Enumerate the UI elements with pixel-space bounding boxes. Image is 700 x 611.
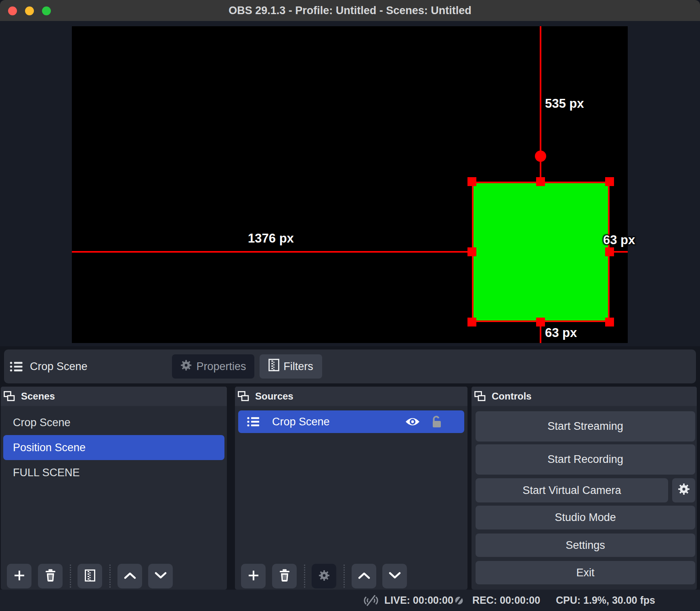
gear-icon <box>677 483 690 498</box>
signal-slash-icon <box>363 594 379 609</box>
start-streaming-button[interactable]: Start Streaming <box>476 411 695 442</box>
status-bar: LIVE: 00:00:00 REC: 00:00:00 CPU: 1.9%, … <box>0 590 700 611</box>
scene-list-icon <box>10 361 23 374</box>
window-title: OBS 29.1.3 - Profile: Untitled - Scenes:… <box>0 0 700 21</box>
chevron-down-icon <box>389 572 401 581</box>
program-canvas[interactable]: 535 px 1376 px 63 px 63 px <box>72 26 628 343</box>
scene-item-position-scene[interactable]: Position Scene <box>3 435 224 460</box>
sources-header: Sources <box>235 387 467 406</box>
studio-mode-button[interactable]: Studio Mode <box>476 506 695 529</box>
move-source-down-button[interactable] <box>382 564 407 588</box>
rec-status: REC: 00:00:00 <box>472 590 540 611</box>
handle-bottom-left[interactable] <box>467 318 476 326</box>
controls-header: Controls <box>472 387 697 406</box>
move-scene-down-button[interactable] <box>148 564 173 588</box>
studio-mode-label: Studio Mode <box>555 511 616 524</box>
obs-window: OBS 29.1.3 - Profile: Untitled - Scenes:… <box>0 0 700 611</box>
gear-icon <box>180 359 192 374</box>
handle-top-center[interactable] <box>536 177 545 186</box>
plus-icon <box>248 570 259 582</box>
controls-panel: Controls Start Streaming Start Recording… <box>472 387 697 590</box>
sources-title: Sources <box>255 387 293 406</box>
move-scene-up-button[interactable] <box>117 564 142 588</box>
scenes-panel: Scenes Crop Scene Position Scene FULL SC… <box>1 387 227 590</box>
start-streaming-label: Start Streaming <box>547 420 623 433</box>
close-button[interactable] <box>8 6 17 15</box>
scene-list-icon <box>247 416 260 429</box>
plus-icon <box>14 570 25 582</box>
preview-area: 535 px 1376 px 63 px 63 px <box>0 21 700 346</box>
trash-icon <box>279 569 290 584</box>
toolbar-separator <box>70 565 71 588</box>
dimension-label-right: 63 px <box>603 233 635 247</box>
active-scene-label: Crop Scene <box>30 349 88 383</box>
move-source-up-button[interactable] <box>352 564 376 588</box>
live-status: LIVE: 00:00:00 <box>384 590 453 611</box>
gear-icon <box>318 569 330 583</box>
handle-top-right[interactable] <box>605 177 614 186</box>
scenes-title: Scenes <box>21 387 55 406</box>
properties-button[interactable]: Properties <box>172 354 254 379</box>
scene-item-label: Crop Scene <box>13 416 71 429</box>
windows-stack-icon <box>474 390 486 402</box>
trash-icon <box>45 569 56 584</box>
add-source-button[interactable] <box>241 564 266 588</box>
lock-open-icon[interactable] <box>431 415 442 430</box>
windows-stack-icon <box>237 390 249 402</box>
handle-middle-right[interactable] <box>605 247 614 256</box>
exit-button[interactable]: Exit <box>476 561 695 584</box>
chevron-down-icon <box>155 572 167 581</box>
scene-item-label: FULL SCENE <box>13 467 80 479</box>
filter-icon <box>268 359 279 374</box>
remove-source-button[interactable] <box>272 564 297 588</box>
virtual-camera-settings-button[interactable] <box>672 478 695 502</box>
add-scene-button[interactable] <box>7 564 31 588</box>
handle-middle-left[interactable] <box>467 247 476 256</box>
left-offset-line <box>72 251 472 253</box>
settings-button[interactable]: Settings <box>476 534 695 557</box>
maximize-button[interactable] <box>42 6 51 15</box>
start-recording-button[interactable]: Start Recording <box>476 444 695 475</box>
chevron-up-icon <box>124 572 136 581</box>
properties-label: Properties <box>196 360 246 373</box>
filters-label: Filters <box>283 360 313 373</box>
sources-panel: Sources Crop Scene <box>235 387 467 590</box>
source-item-label: Crop Scene <box>272 410 330 433</box>
dimension-label-top: 535 px <box>545 96 584 111</box>
handle-bottom-center[interactable] <box>536 318 545 326</box>
windows-stack-icon <box>3 390 15 402</box>
source-item-crop-scene[interactable]: Crop Scene <box>238 410 464 433</box>
controls-title: Controls <box>492 387 532 406</box>
chevron-up-icon <box>358 572 370 581</box>
minimize-button[interactable] <box>25 6 34 15</box>
dimension-label-bottom: 63 px <box>545 326 577 340</box>
source-properties-button[interactable] <box>312 564 336 588</box>
toolbar-separator <box>344 565 345 588</box>
bottom-offset-line <box>540 324 541 343</box>
record-slash-icon <box>453 594 465 608</box>
remove-scene-button[interactable] <box>38 564 63 588</box>
rotation-handle[interactable] <box>535 151 546 162</box>
cpu-status: CPU: 1.9%, 30.00 fps <box>556 590 655 611</box>
dimension-label-left: 1376 px <box>233 231 309 246</box>
toolbar-separator <box>109 565 111 588</box>
scene-filters-button[interactable] <box>78 564 102 588</box>
scene-item-label: Position Scene <box>13 442 86 454</box>
scene-item-crop-scene[interactable]: Crop Scene <box>3 410 224 435</box>
filters-button[interactable]: Filters <box>260 354 322 379</box>
start-recording-label: Start Recording <box>547 453 623 466</box>
filter-icon <box>85 569 95 583</box>
selected-source-green-square[interactable] <box>472 182 610 322</box>
start-virtual-camera-button[interactable]: Start Virtual Camera <box>476 478 668 502</box>
eye-icon[interactable] <box>404 416 421 429</box>
settings-label: Settings <box>566 539 605 552</box>
scenes-header: Scenes <box>1 387 227 406</box>
handle-bottom-right[interactable] <box>605 318 614 326</box>
scene-item-full-scene[interactable]: FULL SCENE <box>3 460 224 485</box>
handle-top-left[interactable] <box>467 177 476 186</box>
exit-label: Exit <box>576 567 594 579</box>
titlebar: OBS 29.1.3 - Profile: Untitled - Scenes:… <box>0 0 700 21</box>
source-toolbar: Crop Scene Properties <box>4 349 696 383</box>
start-virtual-camera-label: Start Virtual Camera <box>522 484 621 497</box>
toolbar-separator <box>304 565 305 588</box>
